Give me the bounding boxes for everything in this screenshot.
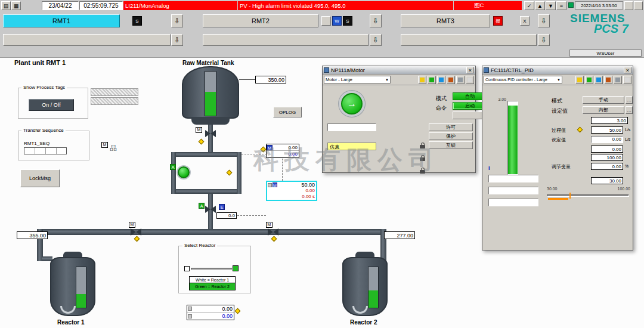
pid-low-value: 0.00 [591, 146, 623, 153]
out-slider-track[interactable] [547, 194, 629, 197]
nav-bar-2[interactable] [203, 34, 369, 46]
sequence-step-display[interactable] [24, 147, 67, 154]
toolbar-icon-5[interactable] [614, 76, 622, 84]
reactor-selector-white-handle[interactable] [184, 266, 190, 271]
raw-material-tank-label: Raw Material Tank [182, 60, 234, 66]
chrome-button-2[interactable] [634, 1, 643, 10]
nav-rmt2-button[interactable]: RMT2 [203, 14, 318, 27]
flow-value-2: 0.00 [267, 151, 299, 157]
rmt3-alarm-badge[interactable]: 报 [493, 16, 503, 26]
process-tags-onoff-button[interactable]: On / Off [29, 99, 74, 111]
close-icon: × [469, 67, 472, 73]
meas-badge-1 [268, 183, 272, 187]
toolbar-icon-3[interactable] [437, 76, 445, 84]
pid-faceplate[interactable]: FC111/CTRL_PID × Continuous PID controll… [482, 66, 633, 250]
rmt2-w-badge[interactable]: W [332, 16, 342, 26]
valve1-warning-icon [199, 139, 205, 145]
alarm-message[interactable]: PV - High alarm limit violated 495.0, 49… [238, 1, 453, 10]
alarm-list-button[interactable]: ▤ [1, 1, 11, 10]
rmt1-s-badge[interactable]: S [132, 16, 142, 26]
legend-green-row: Green = Reactor 2 [190, 283, 235, 290]
pid-spsource-more-button[interactable]: … [626, 106, 633, 114]
rmt3-x-badge[interactable]: X [520, 16, 530, 26]
nav-bar-3-down-button[interactable]: ⇩ [538, 34, 550, 46]
rmt2-s-badge[interactable]: S [343, 16, 352, 26]
permit-button[interactable]: 许可 [429, 123, 473, 131]
dots-icon: … [627, 97, 631, 103]
lockmsg-button[interactable]: LockMsg [20, 169, 60, 187]
interlock-button[interactable]: 互锁 [429, 141, 473, 149]
protect-button[interactable]: 保护 [429, 132, 473, 140]
pid-spsource-button[interactable]: 内部 [583, 106, 624, 114]
header-valve-2[interactable] [268, 228, 278, 236]
bottom-measurement-box[interactable]: 0.00 0.00 [187, 305, 234, 320]
rmt3-picture-down-button[interactable]: ⇩ [538, 14, 550, 27]
pid-view-select[interactable]: Continuous PID controller - Large ▼ [484, 76, 562, 83]
selected-measurement-box[interactable]: M 50.00 0.00 0.00 s [266, 181, 317, 201]
pid-mode-button[interactable]: 手动 [583, 96, 624, 104]
motor-faceplate-title: NP111a/Motor [331, 67, 365, 73]
scroll-down-button[interactable]: ▼ [546, 1, 556, 10]
flow-measurement-box[interactable]: M 0.00 0.00 [266, 144, 299, 158]
toolbar-icon-6[interactable] [466, 76, 474, 84]
nav-bar-1[interactable] [3, 34, 171, 46]
pid-input-field-1[interactable] [488, 175, 538, 182]
pid-faceplate-titlebar[interactable]: FC111/CTRL_PID × [482, 66, 633, 75]
nav-bar-1-down-button[interactable]: ⇩ [171, 34, 183, 46]
pump-indicator[interactable] [178, 166, 190, 178]
rmt2-status-badge[interactable] [321, 16, 331, 26]
toolbar-icon-2[interactable] [428, 76, 436, 84]
chrome-button-1[interactable] [624, 1, 633, 10]
pid-input-field-2[interactable] [488, 187, 538, 194]
toolbar-icon-4[interactable] [604, 76, 612, 84]
motor-valve-1[interactable] [205, 130, 216, 137]
nav-bar-2-down-button[interactable]: ⇩ [370, 34, 382, 46]
alarm-menu-button[interactable]: ≡ [556, 1, 566, 10]
flow-connector-line [242, 154, 267, 154]
toolbar-icon-5[interactable] [456, 76, 465, 84]
motor-faceplate-titlebar[interactable]: NP111a/Motor × [323, 66, 475, 75]
toolbar-icon-1[interactable] [575, 76, 584, 84]
rmt1-picture-down-button[interactable]: ⇩ [171, 14, 183, 27]
pid-sp-input[interactable]: 0.00 [591, 136, 623, 143]
flow-warning-icon [261, 147, 267, 153]
header-valve-1[interactable] [131, 228, 141, 236]
toolbar-icon-1[interactable] [418, 76, 426, 84]
toolbar-icon-6[interactable] [623, 76, 631, 84]
valve2-e-badge: E [219, 204, 225, 210]
toolbar-icon-3[interactable] [595, 76, 603, 84]
nav-bar-3[interactable] [401, 34, 537, 46]
valve-right-icon [136, 228, 141, 236]
close-button[interactable]: × [466, 67, 474, 73]
reactor-selector-green-handle[interactable] [233, 265, 239, 271]
valve-left-icon [131, 228, 136, 236]
reactor-selector-track[interactable] [191, 268, 233, 270]
toolbar-icon-2[interactable] [585, 76, 593, 84]
pid-high-value: 100.00 [591, 154, 623, 161]
meas-badge-2: M [273, 182, 277, 187]
motor-view-select[interactable]: Motor - Large ▼ [324, 76, 391, 83]
pid-mode-more-button[interactable]: … [626, 96, 633, 104]
loop-pipe-bottom [171, 189, 242, 194]
alarm-tag[interactable]: LI211/MonAnalog [123, 1, 237, 10]
motor-input-field[interactable] [327, 123, 376, 131]
close-button[interactable]: × [624, 67, 631, 73]
scroll-up-button[interactable]: ▲ [535, 1, 545, 10]
check-icon: ✓ [527, 3, 532, 9]
ack-button[interactable]: ✓ [524, 1, 534, 10]
alarm-grid-button[interactable]: ▦ [11, 1, 21, 10]
pid-input-field-3[interactable] [488, 199, 538, 206]
motor-faceplate[interactable]: NP111a/Motor × Motor - Large ▼ → 模式 自动 命… [322, 66, 476, 173]
hidden-tag-placeholder-1 [91, 88, 138, 96]
nav-rmt1-button[interactable]: RMT1 [3, 14, 120, 27]
motor-run-indicator[interactable]: → [341, 93, 363, 115]
out-slider-pointer[interactable] [569, 193, 571, 199]
control-valve[interactable] [205, 206, 216, 213]
oplog-button[interactable]: OPLOG [273, 107, 302, 117]
down-arrow-icon: ⇩ [174, 17, 180, 25]
rmt2-picture-down-button[interactable]: ⇩ [370, 14, 382, 27]
motor-sim-field[interactable]: 仿真 [327, 143, 376, 150]
toolbar-icon-4[interactable] [447, 76, 455, 84]
nav-rmt3-button[interactable]: RMT3 [401, 14, 490, 27]
list-icon: ▤ [4, 3, 9, 9]
